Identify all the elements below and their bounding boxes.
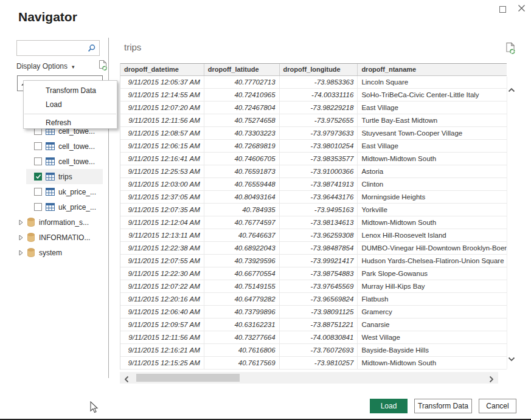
scrollbar-thumb[interactable] — [136, 374, 240, 382]
table-cell: 9/11/2015 12:22:38 AM — [120, 242, 204, 254]
cancel-button[interactable]: Cancel — [479, 399, 516, 413]
table-cell: 40.72689819 — [204, 140, 280, 152]
scroll-up-icon[interactable] — [508, 84, 515, 95]
column-header-dropoff_latitude[interactable]: dropoff_latitude — [204, 64, 280, 75]
table-cell: -73.98487854 — [280, 242, 358, 254]
mouse-cursor — [89, 401, 99, 417]
preview-title: trips — [124, 42, 141, 52]
menu-item-transform-data[interactable]: Transform Data — [24, 84, 117, 98]
table-cell: 9/11/2015 12:16:21 AM — [120, 344, 204, 356]
table-checkbox[interactable] — [34, 157, 42, 165]
table-row: 9/11/2015 12:14:55 AM40.72410965-74.0033… — [120, 89, 507, 102]
table-cell: Stuyvesant Town-Cooper Village — [358, 127, 507, 139]
column-header-dropoff_datetime[interactable]: dropoff_datetime — [120, 64, 204, 75]
table-cell: 40.66770554 — [204, 267, 280, 280]
tree-item-information-s[interactable]: information_s... — [16, 215, 103, 230]
load-button[interactable]: Load — [370, 399, 408, 413]
table-cell: Morningside Heights — [358, 191, 507, 203]
display-options-row: Display Options ▾ — [16, 60, 108, 72]
table-cell: Hudson Yards-Chelsea-Flatiron-Union Squa… — [358, 255, 507, 267]
page-title: Navigator — [18, 10, 77, 24]
table-cell: 9/11/2015 12:07:22 AM — [120, 280, 204, 292]
display-options-dropdown[interactable]: Display Options ▾ — [16, 62, 75, 71]
table-row: 9/11/2015 12:12:04 AM40.76774597-73.9813… — [120, 216, 507, 229]
table-cell: Canarsie — [358, 318, 507, 331]
column-header-dropoff_longitude[interactable]: dropoff_longitude — [280, 64, 358, 75]
transform-data-button[interactable]: Transform Data — [414, 399, 472, 413]
table-cell: 40.76559448 — [204, 178, 280, 190]
table-row: 9/11/2015 12:20:16 AM40.64779282-73.9656… — [120, 293, 507, 306]
tree-item-cell-towe[interactable]: cell_towe... — [16, 139, 103, 154]
table-icon — [46, 142, 55, 150]
table-cell: 40.7617569 — [204, 357, 280, 369]
table-cell: 9/11/2015 12:03:00 AM — [120, 178, 204, 190]
table-cell: Midtown-Midtown South — [358, 216, 507, 229]
menu-item-refresh[interactable]: Refresh — [24, 116, 117, 130]
table-checkbox[interactable] — [34, 203, 42, 211]
tree-item-uk-price[interactable]: uk_price_... — [16, 184, 103, 199]
maximize-button[interactable] — [498, 4, 508, 15]
close-button[interactable] — [518, 4, 529, 15]
table-icon — [46, 157, 55, 165]
expand-arrow-icon — [19, 250, 23, 256]
check-icon — [35, 174, 41, 179]
table-cell: -73.96259308 — [280, 229, 358, 241]
table-cell: -74.00830841 — [280, 331, 358, 343]
table-cell: -73.98229218 — [280, 102, 358, 114]
table-cell: -73.76072693 — [280, 344, 358, 356]
table-cell: -73.96443176 — [280, 191, 358, 203]
table-cell: 40.73303223 — [204, 127, 280, 139]
refresh-preview-button[interactable] — [505, 42, 516, 57]
refresh-list-button[interactable] — [98, 60, 108, 74]
table-cell: Clinton — [358, 178, 507, 190]
tree-item-trips[interactable]: trips — [16, 169, 103, 184]
tree-item-informatio[interactable]: INFORMATIO... — [16, 230, 103, 245]
column-header-dropoff_ntaname[interactable]: dropoff_ntaname — [358, 64, 507, 75]
document-refresh-icon — [98, 60, 108, 71]
horizontal-scrollbar[interactable] — [120, 372, 498, 384]
table-cell: 9/11/2015 12:06:40 AM — [120, 306, 204, 318]
display-options-label: Display Options — [16, 62, 68, 71]
table-cell: 9/11/2015 12:05:37 AM — [120, 76, 204, 88]
scroll-left-icon[interactable] — [124, 374, 129, 385]
table-checkbox[interactable] — [34, 173, 42, 181]
table-cell: -73.88751221 — [280, 318, 358, 331]
menu-item-load[interactable]: Load — [24, 98, 117, 112]
vertical-scrollbar[interactable] — [507, 77, 515, 369]
table-cell: 40.73277664 — [204, 331, 280, 343]
table-cell: SoHo-TriBeCa-Civic Center-Little Italy — [358, 89, 507, 101]
table-row: 9/11/2015 12:07:35 AM40.784935-73.949516… — [120, 204, 507, 216]
tree-item-label: trips — [58, 173, 72, 181]
search-icon — [87, 44, 96, 53]
tree-item-label: uk_price_... — [58, 203, 96, 212]
tree-item-system[interactable]: system — [16, 245, 103, 260]
table-row: 9/11/2015 12:22:38 AM40.68922043-73.9848… — [120, 242, 507, 255]
table-cell: 9/11/2015 12:06:15 AM — [120, 140, 204, 152]
table-cell: 40.75274658 — [204, 114, 280, 126]
table-cell: 9/11/2015 12:20:16 AM — [120, 293, 204, 305]
table-cell: 9/11/2015 12:07:20 AM — [120, 102, 204, 114]
menu-separator — [24, 114, 116, 114]
tree-item-label: cell_towe... — [58, 157, 95, 166]
table-cell: -73.98741913 — [280, 178, 358, 190]
tree-item-label: INFORMATIO... — [39, 233, 90, 242]
table-icon — [46, 188, 55, 196]
table-checkbox[interactable] — [34, 142, 42, 150]
table-row: 9/11/2015 12:07:20 AM40.72467804-73.9822… — [120, 102, 507, 114]
scroll-down-icon[interactable] — [508, 353, 515, 364]
table-checkbox[interactable] — [34, 188, 42, 196]
table-cell: 9/11/2015 12:14:55 AM — [120, 89, 204, 101]
table-cell: Midtown-Midtown South — [358, 153, 507, 165]
table-cell: 40.76774597 — [204, 216, 280, 229]
table-cell: -73.9752655 — [280, 114, 358, 126]
tree-item-uk-price[interactable]: uk_price_... — [16, 199, 103, 215]
tree-item-cell-towe[interactable]: cell_towe... — [16, 154, 103, 169]
table-cell: -73.9853363 — [280, 76, 358, 88]
scroll-right-icon[interactable] — [489, 374, 494, 385]
table-cell: -73.98010254 — [280, 140, 358, 152]
table-cell: 40.63162231 — [204, 318, 280, 331]
table-row: 9/11/2015 12:11:56 AM40.73277664-74.0083… — [120, 331, 507, 344]
search-input[interactable] — [17, 42, 87, 54]
table-icon — [46, 203, 55, 211]
tree-item-label: cell_towe... — [58, 142, 95, 151]
